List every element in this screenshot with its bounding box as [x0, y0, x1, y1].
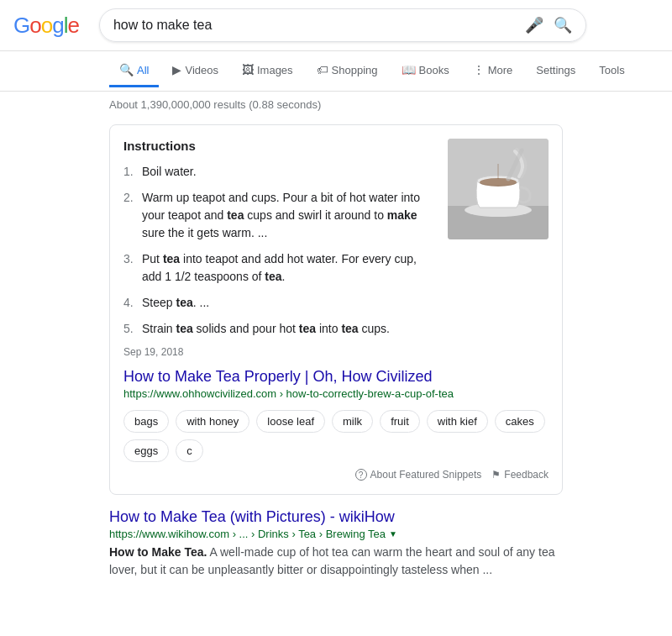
results-count: About 1,390,000,000 results (0.88 second… [0, 92, 672, 118]
tab-more[interactable]: ⋮ More [463, 55, 523, 87]
tag-with-kief[interactable]: with kief [427, 410, 488, 433]
snippet-date: Sep 19, 2018 [123, 346, 434, 358]
logo-o1: o [29, 13, 40, 38]
tag-loose-leaf[interactable]: loose leaf [256, 410, 325, 433]
more-icon: ⋮ [473, 63, 485, 76]
step-4: 4. Steep tea. ... [123, 294, 434, 312]
snippet-footer: ? About Featured Snippets ⚑ Feedback [123, 469, 549, 481]
tab-books[interactable]: 📖 Books [391, 55, 459, 87]
question-icon: ? [355, 469, 367, 481]
feedback-link[interactable]: ⚑ Feedback [491, 469, 549, 481]
step-3: 3. Put tea into teapot and add hot water… [123, 250, 434, 286]
nav-tabs: 🔍 All ▶ Videos 🖼 Images 🏷 Shopping 📖 Boo… [0, 51, 672, 92]
tags-container: bags with honey loose leaf milk fruit wi… [123, 410, 549, 462]
tab-videos[interactable]: ▶ Videos [162, 55, 228, 87]
tag-c[interactable]: c [176, 439, 203, 462]
tab-shopping[interactable]: 🏷 Shopping [307, 55, 388, 87]
search-icon[interactable]: 🔍 [554, 16, 572, 34]
tab-tools[interactable]: Tools [589, 55, 634, 87]
video-icon: ▶ [172, 63, 181, 76]
snippet-text: Instructions 1. Boil water. 2. Warm up t… [123, 139, 434, 358]
shopping-icon: 🏷 [317, 63, 328, 76]
tag-eggs[interactable]: eggs [123, 439, 169, 462]
logo-g: G [13, 13, 29, 38]
about-featured-snippets-link[interactable]: ? About Featured Snippets [355, 469, 482, 481]
search-input[interactable] [113, 18, 525, 33]
step-2: 2. Warm up teapot and cups. Pour a bit o… [123, 189, 434, 242]
second-result: How to Make Tea (with Pictures) - wikiHo… [109, 508, 563, 579]
tag-milk[interactable]: milk [332, 410, 373, 433]
tag-bags[interactable]: bags [123, 410, 169, 433]
source-title[interactable]: How to Make Tea Properly | Oh, How Civil… [123, 368, 549, 386]
second-result-url: https://www.wikihow.com › ... › Drinks ›… [109, 528, 563, 540]
logo-o2: o [41, 13, 52, 38]
source-link: How to Make Tea Properly | Oh, How Civil… [123, 368, 549, 400]
search-bar: 🎤 🔍 [99, 8, 586, 42]
chevron-down-icon: ▼ [389, 529, 397, 539]
steps-list: 1. Boil water. 2. Warm up teapot and cup… [123, 163, 434, 338]
snippet-image [448, 139, 549, 239]
instructions-label: Instructions [123, 139, 434, 153]
svg-point-4 [480, 178, 517, 187]
logo-e: e [67, 13, 78, 38]
books-icon: 📖 [402, 63, 416, 76]
header: Google 🎤 🔍 [0, 0, 672, 51]
images-icon: 🖼 [242, 63, 254, 76]
tab-images[interactable]: 🖼 Images [232, 55, 303, 87]
snippet-content: Instructions 1. Boil water. 2. Warm up t… [123, 139, 549, 358]
tag-cakes[interactable]: cakes [495, 410, 545, 433]
microphone-icon[interactable]: 🎤 [525, 16, 543, 34]
tag-with-honey[interactable]: with honey [176, 410, 249, 433]
tag-fruit[interactable]: fruit [380, 410, 420, 433]
second-result-description: How to Make Tea. A well-made cup of hot … [109, 544, 563, 579]
all-icon: 🔍 [119, 63, 134, 76]
tab-all[interactable]: 🔍 All [109, 55, 159, 87]
second-result-title[interactable]: How to Make Tea (with Pictures) - wikiHo… [109, 508, 563, 526]
tea-cup-image [448, 139, 549, 239]
featured-snippet: Instructions 1. Boil water. 2. Warm up t… [109, 124, 563, 495]
tab-settings[interactable]: Settings [526, 55, 585, 87]
flag-icon: ⚑ [491, 469, 501, 481]
step-1: 1. Boil water. [123, 163, 434, 181]
step-5: 5. Strain tea solids and pour hot tea in… [123, 320, 434, 338]
logo-g2: g [52, 13, 63, 38]
source-url: https://www.ohhowcivilized.com › how-to-… [123, 387, 549, 400]
google-logo: Google [13, 13, 79, 39]
